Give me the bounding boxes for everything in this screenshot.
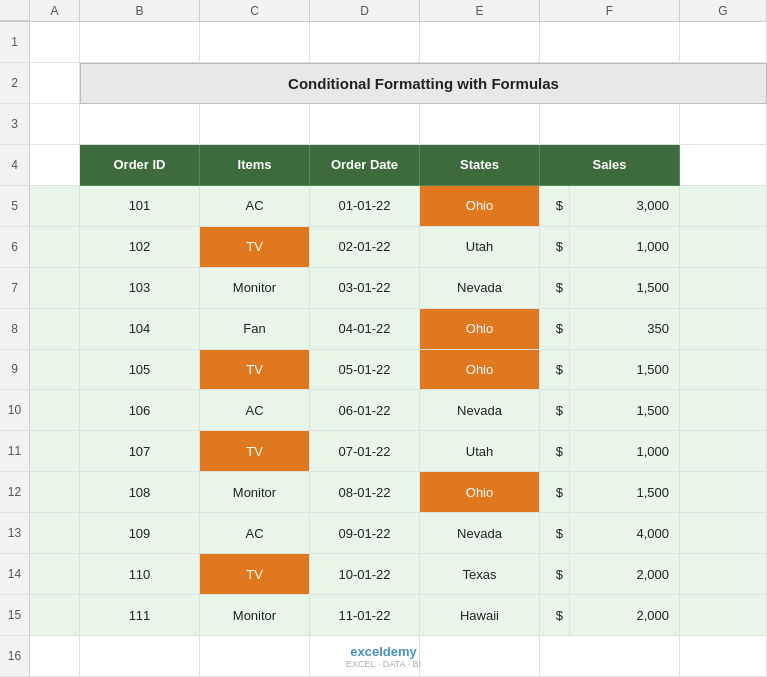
cell-f6-dollar[interactable]: $ [540,227,570,268]
cell-e12[interactable]: Ohio [420,472,540,513]
cell-b8[interactable]: 104 [80,309,200,350]
row-header-4[interactable]: 4 [0,145,30,186]
row-header-11[interactable]: 11 [0,431,30,472]
cell-g3[interactable] [680,104,767,145]
cell-g11[interactable] [680,431,767,472]
cell-a11[interactable] [30,431,80,472]
cell-f7-dollar[interactable]: $ [540,268,570,309]
cell-e6[interactable]: Utah [420,227,540,268]
cell-c10[interactable]: AC [200,390,310,431]
cell-e10[interactable]: Nevada [420,390,540,431]
cell-a3[interactable] [30,104,80,145]
cell-g12[interactable] [680,472,767,513]
col-header-g[interactable]: G [680,0,767,21]
cell-a2[interactable] [30,63,80,104]
cell-f13-num[interactable]: 4,000 [570,513,680,554]
cell-c5[interactable]: AC [200,186,310,227]
cell-e15[interactable]: Hawaii [420,595,540,636]
cell-f11-dollar[interactable]: $ [540,431,570,472]
row-header-6[interactable]: 6 [0,227,30,268]
cell-b12[interactable]: 108 [80,472,200,513]
cell-f10-dollar[interactable]: $ [540,390,570,431]
row-header-13[interactable]: 13 [0,513,30,554]
col-header-f[interactable]: F [540,0,680,21]
cell-f8-dollar[interactable]: $ [540,309,570,350]
cell-e9[interactable]: Ohio [420,350,540,391]
cell-a1[interactable] [30,22,80,63]
cell-b9[interactable]: 105 [80,350,200,391]
cell-c16[interactable] [200,636,310,677]
cell-f12-num[interactable]: 1,500 [570,472,680,513]
row-header-7[interactable]: 7 [0,268,30,309]
row-header-5[interactable]: 5 [0,186,30,227]
cell-c11[interactable]: TV [200,431,310,472]
cell-f12-dollar[interactable]: $ [540,472,570,513]
cell-f10-num[interactable]: 1,500 [570,390,680,431]
cell-b6[interactable]: 102 [80,227,200,268]
cell-g1[interactable] [680,22,767,63]
cell-f15-dollar[interactable]: $ [540,595,570,636]
cell-d12[interactable]: 08-01-22 [310,472,420,513]
row-header-14[interactable]: 14 [0,554,30,595]
cell-g15[interactable] [680,595,767,636]
cell-f16[interactable] [540,636,680,677]
cell-f7-num[interactable]: 1,500 [570,268,680,309]
cell-f3[interactable] [540,104,680,145]
cell-e16[interactable] [420,636,540,677]
cell-a16[interactable] [30,636,80,677]
cell-f11-num[interactable]: 1,000 [570,431,680,472]
cell-c7[interactable]: Monitor [200,268,310,309]
cell-a4[interactable] [30,145,80,186]
cell-b13[interactable]: 109 [80,513,200,554]
cell-a10[interactable] [30,390,80,431]
cell-d11[interactable]: 07-01-22 [310,431,420,472]
cell-d6[interactable]: 02-01-22 [310,227,420,268]
row-header-2[interactable]: 2 [0,63,30,104]
cell-b7[interactable]: 103 [80,268,200,309]
cell-c8[interactable]: Fan [200,309,310,350]
cell-b16[interactable] [80,636,200,677]
cell-b15[interactable]: 111 [80,595,200,636]
cell-g14[interactable] [680,554,767,595]
cell-b10[interactable]: 106 [80,390,200,431]
cell-a15[interactable] [30,595,80,636]
cell-d7[interactable]: 03-01-22 [310,268,420,309]
cell-g5[interactable] [680,186,767,227]
cell-g13[interactable] [680,513,767,554]
cell-d5[interactable]: 01-01-22 [310,186,420,227]
col-header-a[interactable]: A [30,0,80,21]
cell-f9-num[interactable]: 1,500 [570,350,680,391]
cell-d3[interactable] [310,104,420,145]
cell-g10[interactable] [680,390,767,431]
cell-d13[interactable]: 09-01-22 [310,513,420,554]
cell-f8-num[interactable]: 350 [570,309,680,350]
cell-a14[interactable] [30,554,80,595]
cell-c4-header[interactable]: Items [200,145,310,186]
row-header-3[interactable]: 3 [0,104,30,145]
cell-c9[interactable]: TV [200,350,310,391]
cell-d15[interactable]: 11-01-22 [310,595,420,636]
cell-e7[interactable]: Nevada [420,268,540,309]
col-header-c[interactable]: C [200,0,310,21]
cell-f5-num[interactable]: 3,000 [570,186,680,227]
cell-f5-dollar[interactable]: $ [540,186,570,227]
cell-f4-header[interactable]: Sales [540,145,680,186]
cell-f14-num[interactable]: 2,000 [570,554,680,595]
row-header-8[interactable]: 8 [0,309,30,350]
cell-a9[interactable] [30,350,80,391]
cell-e8[interactable]: Ohio [420,309,540,350]
cell-d8[interactable]: 04-01-22 [310,309,420,350]
cell-b3[interactable] [80,104,200,145]
row-header-15[interactable]: 15 [0,595,30,636]
cell-c14[interactable]: TV [200,554,310,595]
cell-e13[interactable]: Nevada [420,513,540,554]
cell-c13[interactable]: AC [200,513,310,554]
cell-f14-dollar[interactable]: $ [540,554,570,595]
cell-e14[interactable]: Texas [420,554,540,595]
cell-g16[interactable] [680,636,767,677]
cell-g9[interactable] [680,350,767,391]
cell-f9-dollar[interactable]: $ [540,350,570,391]
cell-d1[interactable] [310,22,420,63]
cell-g8[interactable] [680,309,767,350]
cell-b5[interactable]: 101 [80,186,200,227]
